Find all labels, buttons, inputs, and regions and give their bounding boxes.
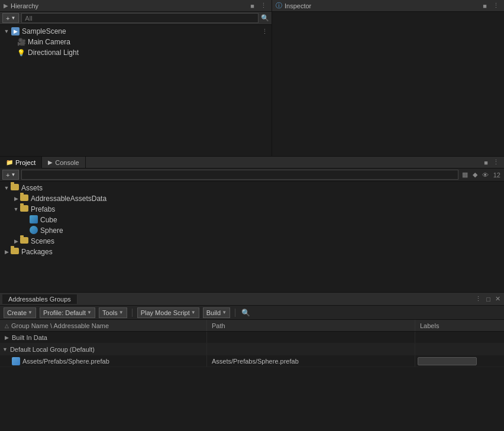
- addr-data-label: AddressableAssetsData: [31, 195, 106, 203]
- sphere-label: Sphere: [40, 226, 63, 235]
- addr-close-icon[interactable]: ✕: [494, 294, 502, 303]
- scene-item[interactable]: ▼ ▶ SampleScene ⋮: [0, 26, 272, 37]
- col-path: Path: [207, 320, 415, 331]
- addressables-toolbar: Create ▼ Profile: Default ▼ Tools ▼ Play…: [0, 306, 504, 320]
- addressables-tab-controls: ⋮ □ ✕: [474, 294, 502, 303]
- hierarchy-toolbar: + ▼ 🔍: [0, 12, 272, 25]
- addressables-content: ▶ Built In Data ▼ Default Local Group (D…: [0, 332, 504, 431]
- addressable-assets-data-item[interactable]: ▶ AddressableAssetsData: [0, 193, 504, 204]
- inspector-header: ⓘ Inspector ■ ⋮: [272, 0, 504, 12]
- hierarchy-search-input[interactable]: [21, 13, 259, 23]
- hierarchy-collapse-icon[interactable]: ▶: [4, 2, 8, 9]
- built-in-arrow: ▶: [2, 335, 11, 341]
- built-in-data-row[interactable]: ▶ Built In Data: [0, 332, 504, 343]
- sphere-item[interactable]: Sphere: [0, 225, 504, 236]
- hierarchy-lock-icon[interactable]: ■: [249, 2, 256, 10]
- col-group-name: △ Group Name \ Addressable Name: [0, 320, 207, 331]
- addressables-tab[interactable]: Addressables Groups: [2, 294, 77, 304]
- hierarchy-add-button[interactable]: + ▼: [2, 13, 19, 23]
- cube-item[interactable]: Cube: [0, 215, 504, 225]
- inspector-more-icon[interactable]: ⋮: [492, 1, 500, 10]
- sphere-asset-row[interactable]: Assets/Prefabs/Sphere.prefab Assets/Pref…: [0, 355, 504, 367]
- assets-arrow: ▼: [2, 185, 11, 191]
- sphere-asset-path: Assets/Prefabs/Sphere.prefab: [212, 358, 299, 365]
- prefabs-folder-icon: [20, 205, 28, 213]
- scenes-label: Scenes: [31, 237, 54, 245]
- hierarchy-header-icons: ■ ⋮: [249, 1, 268, 10]
- packages-label: Packages: [21, 248, 53, 256]
- inspector-lock-icon[interactable]: ■: [482, 2, 488, 10]
- build-button[interactable]: Build ▼: [203, 307, 230, 318]
- prefabs-label: Prefabs: [31, 205, 55, 213]
- project-panel: 📁 Project ▶ Console ■ ⋮ + ▼ ▦ ◆ 👁 12: [0, 157, 504, 293]
- bottom-area: 📁 Project ▶ Console ■ ⋮ + ▼ ▦ ◆ 👁 12: [0, 157, 504, 431]
- addr-maximize-icon[interactable]: □: [485, 295, 492, 303]
- main-camera-item[interactable]: 🎥 Main Camera: [0, 37, 272, 47]
- default-local-group-row[interactable]: ▼ Default Local Group (Default): [0, 343, 504, 355]
- addressables-columns: △ Group Name \ Addressable Name Path Lab…: [0, 320, 504, 332]
- project-content: ▼ Assets ▶ AddressableAssetsData ▼ Prefa…: [0, 182, 504, 292]
- hierarchy-search-icon[interactable]: 🔍: [261, 14, 269, 22]
- inspector-title: Inspector: [285, 2, 482, 9]
- light-icon: 💡: [17, 48, 26, 57]
- inspector-panel: ⓘ Inspector ■ ⋮: [272, 0, 504, 156]
- addressables-panel: Addressables Groups ⋮ □ ✕ Create ▼ Profi…: [0, 293, 504, 431]
- hierarchy-panel: ▶ Hierarchy ■ ⋮ + ▼ 🔍 ▼ ▶ SampleScene: [0, 0, 272, 156]
- assets-item[interactable]: ▼ Assets: [0, 183, 504, 193]
- scenes-item[interactable]: ▶ Scenes: [0, 236, 504, 247]
- hierarchy-title: Hierarchy: [11, 2, 249, 9]
- project-view-icon[interactable]: ▦: [461, 170, 469, 179]
- directional-light-item[interactable]: 💡 Directional Light: [0, 47, 272, 58]
- project-eye-icon[interactable]: 👁: [481, 171, 490, 179]
- addr-search-button[interactable]: 🔍: [240, 307, 251, 318]
- scene-label: SampleScene: [22, 27, 66, 35]
- scenes-folder-icon: [20, 237, 28, 245]
- inspector-info-icon: ⓘ: [276, 1, 282, 10]
- play-mode-dropdown-arrow: ▼: [191, 310, 196, 315]
- project-more-icon[interactable]: ⋮: [492, 158, 500, 167]
- inspector-header-icons: ■ ⋮: [482, 1, 500, 10]
- project-add-button[interactable]: + ▼: [2, 170, 19, 180]
- scene-more-button[interactable]: ⋮: [261, 28, 272, 35]
- labels-pill[interactable]: [418, 357, 477, 365]
- built-in-label: Built In Data: [12, 334, 47, 341]
- project-search-input[interactable]: [21, 170, 458, 180]
- packages-arrow: ▶: [2, 249, 11, 255]
- create-button[interactable]: Create ▼: [4, 307, 36, 318]
- col-sort-icon: △: [5, 323, 9, 329]
- project-lock-icon[interactable]: ■: [483, 158, 489, 167]
- play-mode-script-button[interactable]: Play Mode Script ▼: [137, 307, 199, 318]
- tools-button[interactable]: Tools ▼: [99, 307, 127, 318]
- packages-item[interactable]: ▶ Packages: [0, 247, 504, 257]
- addr-more-icon[interactable]: ⋮: [474, 294, 483, 303]
- hierarchy-more-icon[interactable]: ⋮: [259, 1, 268, 10]
- sphere-asset-name-cell: Assets/Prefabs/Sphere.prefab: [0, 355, 207, 367]
- project-tab-bar: 📁 Project ▶ Console ■ ⋮: [0, 157, 504, 168]
- console-tab-icon: ▶: [48, 159, 53, 166]
- scenes-arrow: ▶: [12, 238, 20, 244]
- sphere-asset-labels-cell[interactable]: [415, 355, 504, 367]
- tools-dropdown-arrow: ▼: [119, 310, 124, 315]
- tab-project[interactable]: 📁 Project: [0, 157, 42, 168]
- col-labels: Labels: [415, 320, 504, 331]
- addr-data-folder-icon: [20, 195, 28, 203]
- prefabs-item[interactable]: ▼ Prefabs: [0, 204, 504, 215]
- sphere-asset-label: Assets/Prefabs/Sphere.prefab: [22, 358, 109, 365]
- addr-data-arrow: ▶: [12, 196, 20, 202]
- add-dropdown-arrow: ▼: [11, 15, 15, 21]
- project-filter-icon[interactable]: ◆: [471, 170, 479, 179]
- assets-folder-icon: [11, 184, 19, 192]
- directional-light-label: Directional Light: [28, 48, 79, 57]
- sphere-addr-icon: [12, 357, 20, 365]
- hierarchy-header: ▶ Hierarchy ■ ⋮: [0, 0, 272, 12]
- project-toolbar: + ▼ ▦ ◆ 👁 12: [0, 168, 504, 182]
- scene-arrow: ▼: [2, 28, 11, 34]
- tab-console[interactable]: ▶ Console: [42, 157, 85, 168]
- addressables-tab-bar: Addressables Groups ⋮ □ ✕: [0, 293, 504, 306]
- inspector-content: [272, 12, 504, 156]
- camera-icon: 🎥: [17, 37, 26, 47]
- project-add-arrow: ▼: [11, 172, 15, 177]
- profile-button[interactable]: Profile: Default ▼: [40, 307, 95, 318]
- main-camera-label: Main Camera: [28, 38, 70, 46]
- cube-label: Cube: [40, 216, 57, 224]
